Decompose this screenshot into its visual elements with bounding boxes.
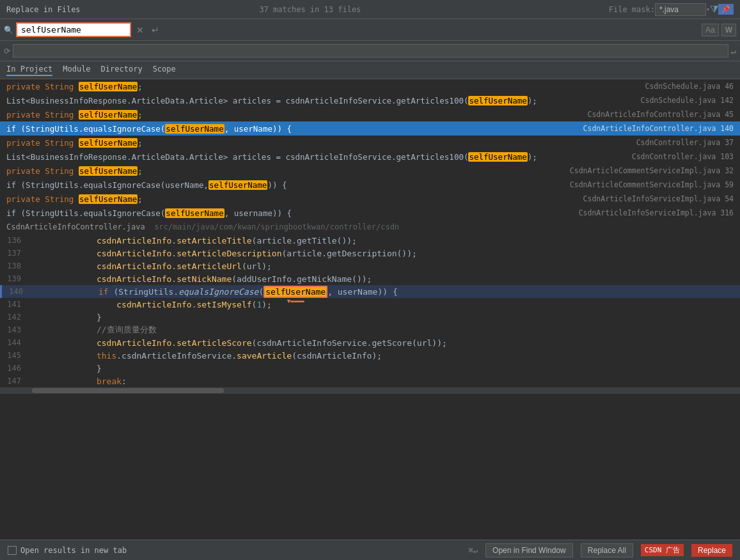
tab-scope[interactable]: Scope [153,65,176,76]
result-text: List<BusinessInfoResponse.ArticleData.Ar… [6,96,567,105]
shortcut-hint: ⌘↵ [469,546,478,555]
result-text: private String selfUserName; [6,82,567,91]
code-line-147: 147 break: [0,375,740,387]
result-text: private String selfUserName; [6,138,567,148]
search-input[interactable] [16,22,131,37]
replace-icon: ⟳ [4,47,10,56]
table-row[interactable]: private String selfUserName; CsdnSchedul… [0,79,740,93]
table-row[interactable]: if (StringUtils.equalsIgnoreCase(selfUse… [0,206,740,220]
filter-icon[interactable]: ⧩ [710,3,718,15]
replace-row: ⟳ ↵ [0,41,740,61]
result-file: CsdnController.java 37 [567,138,734,147]
result-text: if (StringUtils.equalsIgnoreCase(userNam… [6,180,567,190]
code-line-141: 141 csdnArticleInfo.setIsMyself(1); [0,298,740,311]
tab-directory[interactable]: Directory [101,65,143,76]
code-line-145: 145 this.csdnArticleInfoService.saveArti… [0,349,740,362]
result-text: List<BusinessInfoResponse.ArticleData.Ar… [6,152,567,162]
code-line-140: 140 if (StringUtils.equalsIgnoreCase(sel… [0,285,740,298]
result-file: CsdnSchedule.java 46 [567,82,734,91]
bottom-toolbar: Open results in new tab ⌘↵ Open in Find … [0,540,740,560]
scope-row: In Project Module Directory Scope [0,61,740,79]
horizontal-scrollbar[interactable] [0,387,740,394]
open-find-window-button[interactable]: Open in Find Window [485,543,573,557]
clear-search-button[interactable]: ✕ [134,24,146,36]
result-file: CsdnArticleInfoServiceImpl.java 316 [567,208,734,217]
csdn-badge: CSDN 广告 [641,544,684,556]
results-area[interactable]: private String selfUserName; CsdnSchedul… [0,79,740,519]
pin-icon[interactable]: 📌 [718,4,734,15]
result-file: CsdnArticleCommentServiceImpl.java 59 [567,180,734,189]
result-text: private String selfUserName; [6,194,567,204]
code-line-143: 143 //查询质量分数 [0,323,740,336]
scrollbar-thumb[interactable] [32,388,224,393]
open-results-checkbox-row[interactable]: Open results in new tab [8,546,127,555]
panel-title: Replace in Files [6,5,254,14]
table-row[interactable]: if (StringUtils.equalsIgnoreCase(userNam… [0,178,740,192]
replace-input[interactable] [13,44,728,58]
checkbox-icon[interactable] [8,546,17,555]
code-line-136: 136 csdnArticleInfo.setArticleTitle(arti… [0,234,740,247]
table-row[interactable]: private String selfUserName; CsdnArticle… [0,164,740,178]
search-icon: 🔍 [4,26,13,35]
code-line-142: 142 } [0,311,740,323]
result-file: CsdnArticleCommentServiceImpl.java 32 [567,166,734,175]
file-mask-input[interactable] [655,3,706,16]
match-case-button[interactable]: Aa [702,24,719,36]
code-line-139: 139 csdnArticleInfo.setNickName(addUserI… [0,272,740,285]
open-results-label: Open results in new tab [20,546,127,555]
result-file: CsdnArticleInfoController.java 140 [567,124,734,133]
table-row[interactable]: private String selfUserName; CsdnArticle… [0,107,740,121]
file-mask-label: File mask: [609,5,655,14]
result-text: if (StringUtils.equalsIgnoreCase(selfUse… [6,124,567,134]
result-file: CsdnArticleInfoServiceImpl.java 54 [567,194,734,203]
table-row[interactable]: if (StringUtils.equalsIgnoreCase(selfUse… [0,121,740,136]
code-area: 136 csdnArticleInfo.setArticleTitle(arti… [0,234,740,387]
result-text: if (StringUtils.equalsIgnoreCase(selfUse… [6,208,567,218]
result-file: CsdnSchedule.java 142 [567,96,734,105]
result-text: private String selfUserName; [6,166,567,176]
replace-all-button[interactable]: Replace All [581,543,633,557]
search-row: 🔍 ✕ ↵ Aa W [0,19,740,41]
table-row[interactable]: private String selfUserName; CsdnArticle… [0,192,740,206]
code-line-138: 138 csdnArticleInfo.setArticleUrl(url); [0,260,740,272]
table-row[interactable]: List<BusinessInfoResponse.ArticleData.Ar… [0,93,740,107]
file-path-row: CsdnArticleInfoController.java src/main/… [0,220,740,234]
enter-search-button[interactable]: ↵ [149,24,162,36]
code-line-146: 146 } [0,362,740,375]
whole-word-button[interactable]: W [721,24,736,36]
result-file: CsdnArticleInfoController.java 45 [567,110,734,119]
replace-button[interactable]: Replace [691,544,732,557]
tab-in-project[interactable]: In Project [6,65,52,76]
match-count: 37 matches in 13 files [259,5,361,14]
tab-module[interactable]: Module [63,65,90,76]
result-text: private String selfUserName; [6,110,567,120]
replace-enter-icon[interactable]: ↵ [731,46,736,56]
code-line-144: 144 csdnArticleInfo.setArticleScore(csdn… [0,336,740,349]
table-row[interactable]: private String selfUserName; CsdnControl… [0,136,740,150]
result-file: CsdnController.java 103 [567,152,734,161]
header-bar: Replace in Files 37 matches in 13 files … [0,0,740,19]
table-row[interactable]: List<BusinessInfoResponse.ArticleData.Ar… [0,150,740,164]
code-line-137: 137 csdnArticleInfo.setArticleDescriptio… [0,247,740,260]
